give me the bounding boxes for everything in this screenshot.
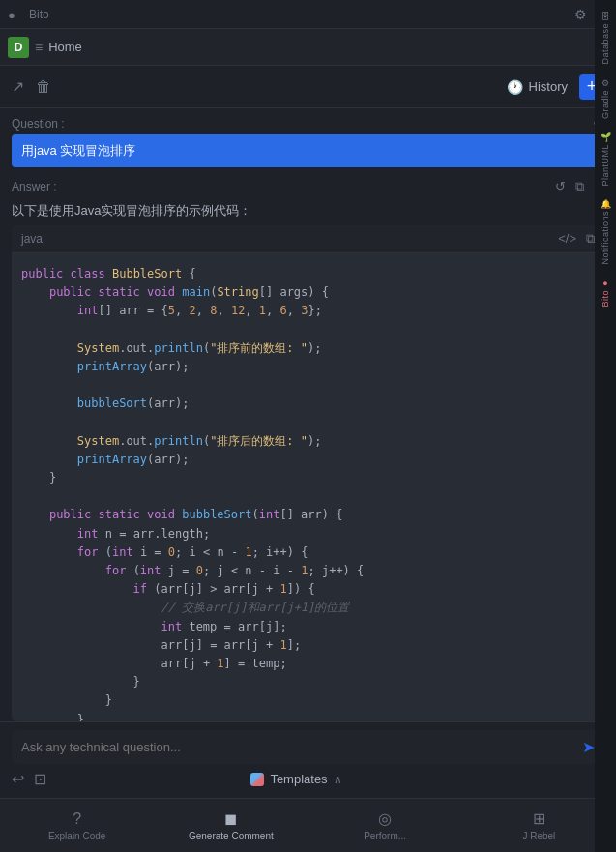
sidebar-notifications[interactable]: 🔔 Notifications [595,195,616,269]
share-icon[interactable]: ↗ [12,77,24,96]
code-copy-icon[interactable]: ⧉ [586,231,595,247]
question-text: 用java 实现冒泡排序 [12,134,604,167]
bottom-nav: ? Explain Code ◼ Generate Comment ◎ Perf… [0,798,616,852]
history-label: History [529,79,568,94]
perform-label: Perform... [364,831,406,841]
nav-rebel[interactable]: ⊞ J Rebel [462,799,616,852]
app-name: Bito [29,8,49,21]
answer-intro: 以下是使用Java实现冒泡排序的示例代码： [12,198,604,225]
code-view-icon[interactable]: </> [558,231,576,247]
answer-label: Answer : [12,180,57,193]
code-content: public class BubbleSort { public static … [12,253,604,721]
bottom-toolbar: ↩ ⊡ Templates ∧ [12,764,604,790]
trash-icon[interactable]: 🗑 [36,78,51,96]
database-icon: 🗄 [601,12,610,21]
answer-section: Answer : ↺ ⧉ ↗ 以下是使用Java实现冒泡排序的示例代码： jav… [0,173,616,721]
tab-menu-icon[interactable]: ≡ [35,40,43,55]
bito-sidebar-icon: ● [602,279,607,288]
sidebar-bito[interactable]: ● Bito [595,275,616,311]
sidebar-gradle[interactable]: ⚙ Gradle [595,74,616,123]
perform-icon: ◎ [378,809,392,828]
gradle-icon: ⚙ [601,78,609,88]
history-clock-icon: 🕐 [507,79,523,95]
tab-avatar: D [8,37,29,58]
rebel-icon: ⊞ [533,809,545,828]
send-button[interactable]: ➤ [582,738,595,756]
answer-copy-icon[interactable]: ⧉ [575,179,584,194]
titlebar: ● Bito ⚙ — [0,0,616,29]
answer-refresh-icon[interactable]: ↺ [555,179,566,194]
database-label: Database [601,23,610,65]
nav-perform[interactable]: ◎ Perform... [308,799,462,852]
sidebar-right: 🗄 Database ⚙ Gradle 🌱 PlantUML 🔔 Notific… [595,0,616,852]
input-row: ➤ [12,730,604,764]
code-language: java [21,232,43,246]
question-section: Question : ✏ 用java 实现冒泡排序 [0,108,616,173]
content-area: Question : ✏ 用java 实现冒泡排序 Answer : ↺ ⧉ ↗… [0,108,616,721]
rebel-label: J Rebel [522,831,555,841]
plantuml-icon: 🌱 [601,132,611,142]
code-block-header: java </> ⧉ [12,225,604,253]
sidebar-plantuml[interactable]: 🌱 PlantUML [595,129,616,191]
templates-chevron-icon: ∧ [334,773,342,786]
templates-icon [250,773,264,786]
chat-input[interactable] [21,740,582,754]
toolbar: ↗ 🗑 🕐 History + [0,66,616,108]
nav-generate-comment[interactable]: ◼ Generate Comment [154,799,308,852]
tabbar: D ≡ Home ⚙ [0,29,616,66]
bottom-area: ➤ ↩ ⊡ Templates ∧ [0,721,616,798]
bito-logo: ● [8,8,21,21]
sidebar-database[interactable]: 🗄 Database [595,8,616,69]
gradle-label: Gradle [601,90,610,119]
image-icon[interactable]: ⊡ [34,770,46,788]
plantuml-label: PlantUML [601,144,610,187]
notifications-label: Notifications [601,211,610,265]
generate-comment-icon: ◼ [224,809,237,828]
history-button[interactable]: 🕐 History [507,79,568,95]
explain-code-label: Explain Code [48,831,105,841]
bito-label: Bito [601,290,610,308]
templates-button[interactable]: Templates ∧ [250,772,341,786]
templates-label: Templates [270,772,327,786]
generate-comment-label: Generate Comment [189,831,274,841]
code-block: java </> ⧉ public class BubbleSort { pub… [12,225,604,721]
nav-explain-code[interactable]: ? Explain Code [0,799,154,852]
tab-home-label: Home [48,40,82,54]
question-label: Question : [12,117,65,131]
explain-code-icon: ? [73,810,81,828]
notifications-icon: 🔔 [601,199,611,209]
titlebar-gear-icon[interactable]: ⚙ [574,7,587,22]
undo-icon[interactable]: ↩ [12,770,24,788]
